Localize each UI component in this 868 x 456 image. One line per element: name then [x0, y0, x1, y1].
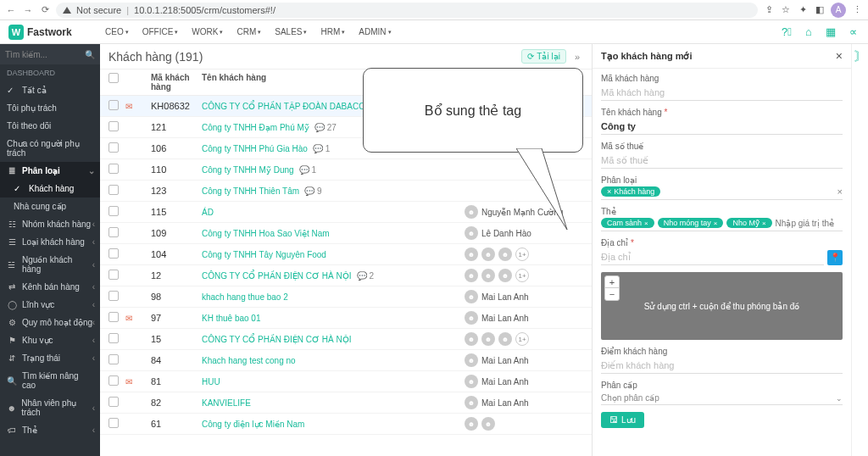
drawer-icon[interactable]: 〙: [854, 49, 866, 64]
level-select[interactable]: Chọn phân cấp⌄: [601, 392, 843, 405]
zoom-in-icon[interactable]: +: [605, 276, 619, 288]
profile-avatar[interactable]: A: [831, 3, 846, 18]
tag-chip[interactable]: Nho móng tay ×: [658, 218, 724, 228]
customer-link[interactable]: ÁD: [202, 208, 214, 217]
menu-office[interactable]: OFFICE ▾: [137, 24, 184, 40]
table-row[interactable]: 104Công ty TNHH Tây Nguyên Food☻☻☻1+: [100, 244, 592, 265]
customer-link[interactable]: Khach hang test cong no: [202, 356, 296, 365]
name-input[interactable]: [601, 119, 843, 135]
row-checkbox[interactable]: [108, 375, 119, 386]
row-checkbox[interactable]: [108, 312, 119, 322]
customer-link[interactable]: Công ty TNHH Hoa Sao Việt Nam: [202, 229, 330, 238]
locate-icon[interactable]: 📍: [827, 250, 843, 265]
nav-back-icon[interactable]: ←: [5, 4, 17, 16]
customer-link[interactable]: khach hang thue bao 2: [202, 292, 288, 302]
addr-input[interactable]: [601, 249, 824, 265]
row-checkbox[interactable]: [108, 354, 119, 364]
share-link-icon[interactable]: ∝: [846, 25, 860, 39]
tag-chip[interactable]: Cam sành ×: [601, 218, 654, 228]
row-checkbox[interactable]: [108, 142, 119, 153]
customer-link[interactable]: Công ty điện lực Miền Nam: [202, 420, 304, 429]
row-checkbox[interactable]: [108, 270, 119, 280]
zoom-out-icon[interactable]: −: [605, 288, 619, 300]
row-checkbox[interactable]: [108, 206, 119, 216]
customer-link[interactable]: Công ty TNHH Thiên Tâm: [202, 186, 299, 196]
sidebar-tag[interactable]: 🏷Thẻ: [0, 421, 100, 439]
nav-reload-icon[interactable]: ⟳: [39, 4, 51, 16]
sidebar-follow[interactable]: Tôi theo dõi: [0, 117, 100, 135]
collapse-icon[interactable]: »: [571, 52, 583, 62]
sidebar-adv-search[interactable]: 🔍Tìm kiếm nâng cao: [0, 367, 100, 394]
sidebar-all[interactable]: Tất cả: [0, 81, 100, 99]
customer-link[interactable]: HUU: [202, 377, 220, 386]
sidebar-scale[interactable]: ⚙Quy mô hoạt động: [0, 314, 100, 331]
tag-input[interactable]: [776, 219, 843, 228]
row-checkbox[interactable]: [108, 333, 119, 343]
menu-admin[interactable]: ADMIN ▾: [353, 24, 396, 40]
sidebar-search[interactable]: Tìm kiếm... 🔍: [0, 44, 100, 64]
sidebar-suppliers[interactable]: Nhà cung cấp: [0, 197, 100, 215]
sidebar-channels[interactable]: ⇄Kênh bán hàng: [0, 278, 100, 296]
sidebar-customers[interactable]: Khách hàng: [0, 180, 100, 197]
cat-tag[interactable]: × Khách hàng: [601, 186, 660, 197]
help-icon[interactable]: ?⃝: [780, 25, 793, 39]
menu-ceo[interactable]: CEO ▾: [100, 24, 134, 40]
apps-icon[interactable]: ▦: [824, 25, 837, 39]
row-checkbox[interactable]: [108, 227, 119, 237]
customer-link[interactable]: Công ty TNHH Đạm Phú Mỹ: [202, 123, 309, 132]
sidebar-mine[interactable]: Tôi phụ trách: [0, 99, 100, 117]
row-checkbox[interactable]: [108, 291, 119, 301]
sidebar-category[interactable]: ≣Phân loại: [0, 162, 100, 180]
customer-link[interactable]: KANVIELIFE: [202, 398, 251, 408]
code-input[interactable]: [601, 85, 843, 101]
table-row[interactable]: 12CÔNG TY CỔ PHẦN ĐIỆN CƠ HÀ NỘI 💬 2☻☻☻1…: [100, 265, 592, 286]
clear-cat-icon[interactable]: ×: [837, 186, 843, 197]
sidebar-types[interactable]: ☰Loại khách hàng: [0, 233, 100, 251]
sidebar-staff[interactable]: ☻Nhân viên phụ trách: [0, 394, 100, 421]
sidebar-status[interactable]: ⇵Trạng thái: [0, 349, 100, 367]
sidebar-area[interactable]: ⚑Khu vực: [0, 331, 100, 349]
customer-link[interactable]: Công ty TNHH Tây Nguyên Food: [202, 250, 326, 259]
address-bar[interactable]: Not secure | 10.0.1.218:5005/crm/custome…: [56, 3, 758, 18]
table-row[interactable]: 84Khach hang test cong no☻Mai Lan Anh: [100, 350, 592, 371]
row-checkbox[interactable]: [108, 185, 119, 195]
close-icon[interactable]: ×: [836, 49, 843, 63]
save-button[interactable]: 🖫Lưu: [601, 412, 644, 428]
tag-remove-icon[interactable]: ×: [714, 220, 718, 227]
share-icon[interactable]: ⇪: [763, 4, 775, 16]
customer-link[interactable]: Công ty TNHH Mỹ Dung: [202, 165, 294, 175]
extensions-icon[interactable]: ✦: [797, 4, 809, 16]
row-checkbox[interactable]: [108, 418, 119, 428]
cat-tagbox[interactable]: × Khách hàng ×: [601, 186, 843, 200]
menu-sales[interactable]: SALES ▾: [270, 24, 312, 40]
row-checkbox[interactable]: [108, 397, 119, 407]
table-row[interactable]: ✉97KH thuê bao 01☻Mai Lan Anh: [100, 308, 592, 329]
table-row[interactable]: 98khach hang thue bao 2☻Mai Lan Anh: [100, 286, 592, 308]
row-checkbox[interactable]: [108, 121, 119, 131]
row-checkbox[interactable]: [108, 164, 119, 174]
kebab-icon[interactable]: ⋮: [851, 4, 863, 16]
brand[interactable]: W Fastwork: [8, 25, 100, 40]
table-row[interactable]: 82KANVIELIFE☻Mai Lan Anh: [100, 392, 592, 414]
row-checkbox[interactable]: [108, 100, 119, 110]
table-row[interactable]: 15CÔNG TY CỔ PHẦN ĐIỆN CƠ HÀ NỘI☻☻☻1+: [100, 329, 592, 350]
inbox-icon[interactable]: ⌂: [802, 25, 815, 39]
customer-link[interactable]: Công ty TNHH Phú Gia Hào: [202, 144, 308, 153]
sidebar-groups[interactable]: ☷Nhóm khách hàng: [0, 215, 100, 233]
customer-link[interactable]: CÔNG TY CỔ PHẦN ĐIỆN CƠ HÀ NỘI: [202, 335, 352, 344]
score-input[interactable]: [601, 358, 843, 374]
sidebar-dashboard[interactable]: DASHBOARD: [0, 64, 100, 81]
table-row[interactable]: 61Công ty điện lực Miền Nam☻☻: [100, 414, 592, 435]
tax-input[interactable]: [601, 153, 843, 169]
tag-chip[interactable]: Nho Mỹ ×: [726, 218, 771, 228]
select-all-checkbox[interactable]: [108, 73, 119, 83]
customer-link[interactable]: KH thuê bao 01: [202, 314, 261, 323]
table-row[interactable]: ✉81HUU☻Mai Lan Anh: [100, 371, 592, 392]
sidebar-sources[interactable]: ☱Nguồn khách hàng: [0, 251, 100, 278]
map[interactable]: + − Sử dụng ctrl + cuộn để thu phóng bản…: [601, 272, 843, 340]
customer-link[interactable]: CÔNG TY CỔ PHẦN ĐIỆN CƠ HÀ NỘI: [202, 271, 352, 281]
sidebar-field[interactable]: ◯Lĩnh vực: [0, 296, 100, 314]
menu-crm[interactable]: CRM ▾: [231, 24, 266, 40]
sidebar-noone[interactable]: Chưa có người phụ trách: [0, 135, 100, 162]
nav-fwd-icon[interactable]: →: [22, 4, 34, 16]
